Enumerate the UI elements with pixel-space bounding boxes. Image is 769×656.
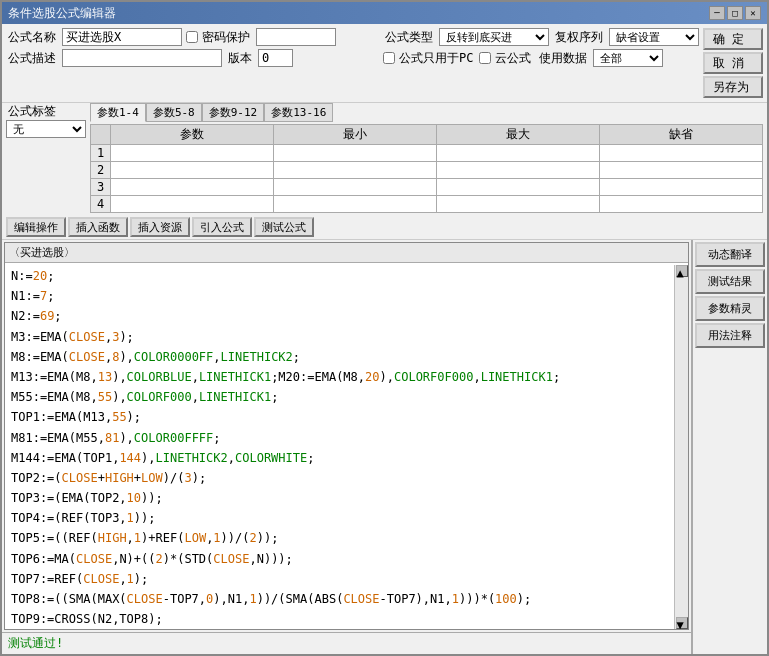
confirm-button[interactable]: 确 定 <box>703 28 763 50</box>
usage-note-button[interactable]: 用法注释 <box>695 323 765 348</box>
formula-name-input[interactable] <box>62 28 182 46</box>
param-col-max: 最大 <box>437 125 600 145</box>
formula-name-label: 公式名称 <box>6 29 58 46</box>
insert-resource-button[interactable]: 插入资源 <box>130 217 190 237</box>
right-action-buttons: 确 定 取 消 另存为 <box>703 28 763 98</box>
param-row-1-min <box>274 145 437 162</box>
title-controls: ─ □ ✕ <box>709 6 761 20</box>
code-scrollbar[interactable]: ▲ ▼ <box>674 265 688 629</box>
formula-type-section: 公式类型 反转到底买进 复权序列 缺省设置 公式只用于PC 云公式 使用 <box>383 28 699 67</box>
maximize-button[interactable]: □ <box>727 6 743 20</box>
code-editor-wrapper: 〈买进选股〉 N:=20; N1:=7; N2:=69; M3:=EMA(CLO… <box>4 242 689 630</box>
toolbar-left: 公式名称 密码保护 公式描述 版本 <box>6 28 379 67</box>
param-col-min: 最小 <box>274 125 437 145</box>
formula-desc-input[interactable] <box>62 49 222 67</box>
use-data-label: 使用数据 <box>537 50 589 67</box>
insert-function-button[interactable]: 插入函数 <box>68 217 128 237</box>
cancel-button[interactable]: 取 消 <box>703 52 763 74</box>
param-2-default-input[interactable] <box>600 162 762 178</box>
edit-operation-button[interactable]: 编辑操作 <box>6 217 66 237</box>
params-tab-5-8[interactable]: 参数5-8 <box>146 103 202 122</box>
param-2-max-input[interactable] <box>437 162 599 178</box>
password-input[interactable] <box>256 28 336 46</box>
param-4-min-input[interactable] <box>274 196 436 212</box>
saveas-button[interactable]: 另存为 <box>703 76 763 98</box>
param-row-4-default <box>600 196 763 213</box>
param-4-param-input[interactable] <box>111 196 273 212</box>
param-1-max-input[interactable] <box>437 145 599 161</box>
param-row-4-num: 4 <box>91 196 111 213</box>
version-input[interactable] <box>258 49 293 67</box>
formula-type-row: 公式类型 反转到底买进 复权序列 缺省设置 <box>383 28 699 46</box>
test-formula-button[interactable]: 测试公式 <box>254 217 314 237</box>
use-data-select[interactable]: 全部 <box>593 49 663 67</box>
param-4-max-input[interactable] <box>437 196 599 212</box>
param-4-default-input[interactable] <box>600 196 762 212</box>
main-window: 条件选股公式编辑器 ─ □ ✕ 公式名称 密码保护 公式描述 版 <box>0 0 769 656</box>
param-row-3-min <box>274 179 437 196</box>
restore-seq-select[interactable]: 缺省设置 <box>609 28 699 46</box>
status-message: 测试通过! <box>8 635 63 652</box>
formula-tag-dropdown-row: 无 <box>6 120 86 138</box>
upper-toolbar: 公式名称 密码保护 公式描述 版本 公式类型 反转到底买进 <box>2 24 767 103</box>
params-tab-9-12[interactable]: 参数9-12 <box>202 103 265 122</box>
only-pc-checkbox[interactable] <box>383 52 395 64</box>
param-row-2-max <box>437 162 600 179</box>
param-1-param-input[interactable] <box>111 145 273 161</box>
close-button[interactable]: ✕ <box>745 6 761 20</box>
formula-type-select[interactable]: 反转到底买进 <box>439 28 549 46</box>
params-tab-1-4[interactable]: 参数1-4 <box>90 103 146 122</box>
param-row-3: 3 <box>91 179 763 196</box>
dynamic-translate-button[interactable]: 动态翻译 <box>695 242 765 267</box>
param-2-param-input[interactable] <box>111 162 273 178</box>
param-row-3-param <box>111 179 274 196</box>
import-formula-button[interactable]: 引入公式 <box>192 217 252 237</box>
status-bar: 测试通过! <box>2 632 691 654</box>
right-sidebar: 动态翻译 测试结果 参数精灵 用法注释 <box>692 240 767 654</box>
code-scroll-area[interactable]: N:=20; N1:=7; N2:=69; M3:=EMA(CLOSE,3); … <box>5 263 688 629</box>
param-3-param-input[interactable] <box>111 179 273 195</box>
param-summary-button[interactable]: 参数精灵 <box>695 296 765 321</box>
param-row-2-num: 2 <box>91 162 111 179</box>
formula-type-label: 公式类型 <box>383 29 435 46</box>
param-1-min-input[interactable] <box>274 145 436 161</box>
params-tabs: 参数1-4 参数5-8 参数9-12 参数13-16 <box>90 103 763 122</box>
param-3-max-input[interactable] <box>437 179 599 195</box>
params-tab-13-16[interactable]: 参数13-16 <box>264 103 333 122</box>
formula-tag-label: 公式标签 <box>6 103 86 120</box>
left-panel: 〈买进选股〉 N:=20; N1:=7; N2:=69; M3:=EMA(CLO… <box>2 240 692 654</box>
scroll-down-arrow[interactable]: ▼ <box>676 617 688 629</box>
param-3-min-input[interactable] <box>274 179 436 195</box>
param-row-1-max <box>437 145 600 162</box>
formula-tag-select[interactable]: 无 <box>6 120 86 138</box>
scroll-up-arrow[interactable]: ▲ <box>676 265 688 277</box>
toolbar-row2: 公式描述 版本 <box>6 49 379 67</box>
param-row-2-param <box>111 162 274 179</box>
param-1-default-input[interactable] <box>600 145 762 161</box>
cloud-formula-label: 云公式 <box>493 50 533 67</box>
param-col-param: 参数 <box>111 125 274 145</box>
test-result-button[interactable]: 测试结果 <box>695 269 765 294</box>
formula-desc-label: 公式描述 <box>6 50 58 67</box>
param-3-default-input[interactable] <box>600 179 762 195</box>
param-row-3-max <box>437 179 600 196</box>
formula-tag-section: 公式标签 无 <box>6 103 86 213</box>
only-pc-label: 公式只用于PC <box>397 50 475 67</box>
formula-params-row: 公式标签 无 参数1-4 参数5-8 参数9-12 参数13-16 参数 <box>2 103 767 215</box>
param-row-3-default <box>600 179 763 196</box>
restore-seq-label: 复权序列 <box>553 29 605 46</box>
param-2-min-input[interactable] <box>274 162 436 178</box>
params-table: 参数 最小 最大 缺省 1 2 <box>90 124 763 213</box>
toolbar-row1: 公式名称 密码保护 <box>6 28 379 46</box>
options-row: 公式只用于PC 云公式 使用数据 全部 <box>383 49 699 67</box>
line-n: N:= <box>11 269 33 283</box>
param-row-1-num: 1 <box>91 145 111 162</box>
password-protect-checkbox[interactable] <box>186 31 198 43</box>
only-pc-group: 公式只用于PC <box>383 50 475 67</box>
param-row-4-min <box>274 196 437 213</box>
title-bar: 条件选股公式编辑器 ─ □ ✕ <box>2 2 767 24</box>
params-section: 参数1-4 参数5-8 参数9-12 参数13-16 参数 最小 最大 缺省 <box>90 103 763 213</box>
param-row-1: 1 <box>91 145 763 162</box>
minimize-button[interactable]: ─ <box>709 6 725 20</box>
cloud-formula-checkbox[interactable] <box>479 52 491 64</box>
